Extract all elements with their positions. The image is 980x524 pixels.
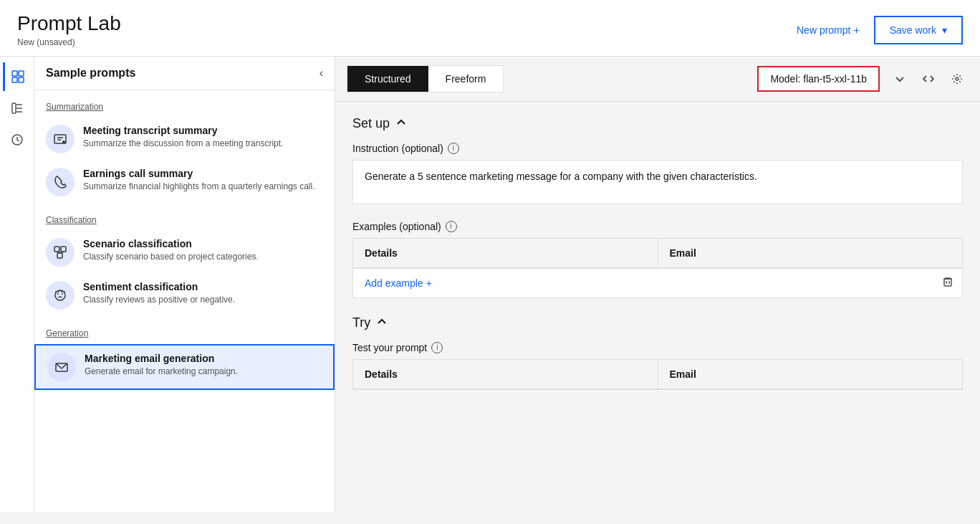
save-work-chevron-icon: ▾ [942, 24, 947, 36]
test-prompt-table: Details Email [352, 359, 963, 390]
model-selector[interactable]: Model: flan-t5-xxl-11b [757, 66, 880, 92]
instruction-label-row: Instruction (optional) i [352, 143, 963, 154]
panel-header: Sample prompts ‹ [34, 57, 335, 90]
tab-structured[interactable]: Structured [347, 66, 428, 92]
list-item[interactable]: Earnings call summary Summarize financia… [34, 161, 335, 204]
sidebar-icons [0, 57, 34, 512]
svg-rect-0 [12, 71, 17, 76]
svg-rect-4 [12, 103, 16, 113]
setup-title: Set up [352, 116, 390, 131]
test-col-details: Details [353, 360, 658, 389]
tab-group: Structured Freeform [347, 65, 504, 92]
category-generation: Generation [34, 317, 335, 344]
instruction-label: Instruction (optional) [352, 143, 443, 154]
new-prompt-plus-icon: + [853, 24, 859, 36]
meeting-icon [46, 125, 75, 153]
prompt-desc: Summarize the discussion from a meeting … [83, 138, 283, 150]
list-item[interactable]: Marketing email generation Generate emai… [34, 344, 335, 390]
list-item[interactable]: Scenario classification Classify scenari… [34, 231, 335, 274]
svg-point-23 [956, 77, 959, 80]
examples-label-row: Examples (optional) i [352, 221, 963, 232]
panel-close-button[interactable]: ‹ [320, 67, 323, 80]
new-prompt-button[interactable]: New prompt + [788, 19, 868, 42]
code-button[interactable] [917, 67, 940, 90]
sentiment-icon [46, 281, 75, 310]
prompt-name: Sentiment classification [83, 281, 235, 292]
try-title: Try [352, 315, 370, 330]
prompt-name: Earnings call summary [83, 168, 314, 179]
header-left: Prompt Lab New (unsaved) [17, 11, 121, 47]
main-layout: Sample prompts ‹ Summarization Meet [0, 57, 980, 512]
examples-col-details: Details [353, 239, 658, 267]
prompt-desc: Classify scenario based on project categ… [83, 251, 259, 263]
sidebar-item-grid[interactable] [3, 62, 32, 91]
svg-point-18 [55, 290, 65, 300]
examples-info-icon[interactable]: i [446, 221, 457, 232]
prompt-desc: Classify reviews as positive or negative… [83, 294, 235, 306]
svg-rect-13 [54, 247, 59, 252]
test-prompt-label-row: Test your prompt i [352, 342, 963, 353]
prompt-name: Scenario classification [83, 238, 259, 249]
test-table-header: Details Email [353, 360, 962, 389]
email-icon [47, 353, 76, 381]
prompt-name: Marketing email generation [85, 353, 238, 364]
panel-title: Sample prompts [46, 67, 135, 80]
examples-table-body-row: Add example + [353, 268, 962, 297]
phone-icon [46, 168, 75, 196]
section-divider: Try Test your prompt i Details [352, 315, 963, 390]
chevron-down-button[interactable] [888, 67, 911, 90]
svg-rect-15 [57, 253, 62, 258]
examples-table-header: Details Email [353, 239, 962, 268]
model-label: Model: flan-t5-xxl-11b [770, 73, 867, 85]
category-summarization: Summarization [34, 90, 335, 118]
prompt-name: Meeting transcript summary [83, 125, 283, 136]
content-topbar: Structured Freeform Model: flan-t5-xxl-1… [335, 57, 980, 102]
instruction-info-icon[interactable]: i [448, 143, 459, 154]
tab-freeform[interactable]: Freeform [428, 66, 504, 92]
list-item[interactable]: Meeting transcript summary Summarize the… [34, 118, 335, 161]
new-prompt-label: New prompt [797, 24, 850, 36]
app-subtitle: New (unsaved) [17, 37, 121, 47]
category-classification: Classification [34, 204, 335, 231]
settings-button[interactable] [946, 67, 969, 90]
content-body: Set up Instruction (optional) i Generate… [335, 102, 980, 512]
header-actions: New prompt + Save work ▾ [788, 11, 963, 44]
main-content: Structured Freeform Model: flan-t5-xxl-1… [335, 57, 980, 512]
add-example-label: Add example [365, 277, 423, 289]
save-work-button[interactable]: Save work ▾ [874, 16, 963, 44]
examples-col-email: Email [658, 239, 963, 267]
list-item[interactable]: Sentiment classification Classify review… [34, 274, 335, 317]
delete-row-button[interactable] [942, 276, 953, 290]
delete-action-cell [933, 270, 962, 295]
examples-label: Examples (optional) [352, 221, 441, 232]
try-chevron-icon[interactable] [376, 316, 388, 330]
svg-rect-1 [19, 71, 24, 76]
prompt-desc: Summarize financial highlights from a qu… [83, 181, 314, 193]
setup-chevron-icon[interactable] [395, 117, 407, 130]
svg-rect-14 [61, 247, 66, 252]
setup-section-header: Set up [352, 116, 963, 131]
chevron-left-icon: ‹ [320, 67, 323, 79]
topbar-icons [888, 67, 969, 90]
sidebar-item-bracket[interactable] [3, 94, 32, 123]
svg-rect-2 [12, 77, 17, 82]
save-work-label: Save work [890, 24, 936, 36]
svg-rect-24 [944, 279, 951, 286]
header: Prompt Lab New (unsaved) New prompt + Sa… [0, 0, 980, 57]
test-prompt-label: Test your prompt [352, 342, 427, 353]
app-title: Prompt Lab [17, 11, 121, 36]
svg-point-12 [62, 140, 65, 143]
prompt-desc: Generate email for marketing campaign. [85, 366, 238, 378]
scenario-icon [46, 238, 75, 267]
add-example-plus-icon: + [426, 277, 432, 289]
sidebar-item-history[interactable] [3, 125, 32, 154]
instruction-textarea[interactable]: Generate a 5 sentence marketing message … [352, 160, 963, 204]
add-example-cell: Add example + [353, 269, 933, 297]
try-section-header: Try [352, 315, 963, 330]
svg-rect-3 [19, 77, 24, 82]
test-prompt-info-icon[interactable]: i [431, 342, 443, 353]
panel-content: Summarization Meeting transcript summary… [34, 90, 335, 512]
sample-prompts-panel: Sample prompts ‹ Summarization Meet [34, 57, 335, 512]
add-example-button[interactable]: Add example + [365, 277, 432, 289]
test-col-email: Email [658, 360, 963, 389]
